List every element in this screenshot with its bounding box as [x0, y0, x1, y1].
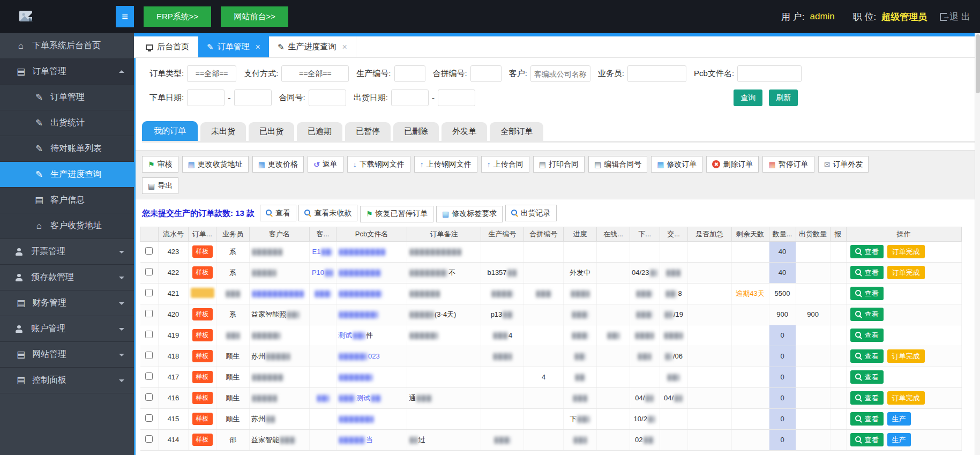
row-checkbox[interactable]	[145, 331, 153, 338]
sidebar-item-customer-address[interactable]: ⌂ 客户收货地址	[0, 213, 134, 239]
subtab-shipped[interactable]: 已出货	[249, 122, 294, 141]
production-button[interactable]: 生产	[887, 433, 911, 446]
hamburger-menu-button[interactable]: ≡	[116, 6, 134, 27]
return-order-button[interactable]: ↺返单	[308, 156, 343, 173]
row-checkbox[interactable]	[145, 435, 153, 443]
audit-button[interactable]: ⚑审核	[142, 156, 178, 173]
order-row: 415样板顾生苏州下10/20查看生产	[140, 408, 962, 429]
view-order-button[interactable]: 查看	[850, 266, 884, 279]
upload-contract-button[interactable]: ↑上传合同	[481, 156, 529, 173]
production-button[interactable]: 生产	[887, 412, 911, 426]
outsource-order-button[interactable]: ✉订单外发	[818, 156, 869, 173]
pause-order-button[interactable]: ▦暂停订单	[762, 156, 814, 173]
sidebar-item-order-management[interactable]: ✎ 订单管理	[0, 85, 134, 110]
modify-label-button[interactable]: ▦修改标签要求	[436, 206, 503, 222]
tab-production-progress[interactable]: ✎ 生产进度查询 ×	[269, 36, 356, 57]
sidebar-item-account-management[interactable]: 账户管理	[0, 316, 134, 342]
sidebar-item-invoice-management[interactable]: 开票管理	[0, 239, 134, 265]
sidebar-item-prepaid-management[interactable]: 预存款管理	[0, 265, 134, 290]
view-order-button[interactable]: 查看	[850, 349, 884, 363]
sidebar-item-reconciliation-list[interactable]: ✎ 待对账单列表	[0, 136, 134, 162]
edit-contract-no-button[interactable]: ▤编辑合同号	[588, 156, 647, 173]
close-tab-icon[interactable]: ×	[342, 42, 347, 52]
erp-system-button[interactable]: ERP系统>>	[144, 6, 211, 27]
cell-link[interactable]: 023	[368, 352, 380, 360]
row-checkbox[interactable]	[145, 247, 153, 255]
view-order-button[interactable]: 查看	[850, 245, 884, 258]
cell-link[interactable]: E1	[312, 248, 321, 256]
cell-link[interactable]: 当	[366, 436, 373, 444]
order-complete-button[interactable]: 订单完成	[887, 245, 925, 258]
row-checkbox[interactable]	[145, 393, 153, 401]
print-contract-button[interactable]: ▤打印合同	[533, 156, 585, 173]
view-order-button[interactable]: 查看	[850, 391, 884, 405]
payment-method-select[interactable]: ==全部==	[281, 65, 349, 82]
sidebar-item-control-panel[interactable]: ▤ 控制面板	[0, 368, 134, 393]
order-date-range-start[interactable]	[187, 89, 225, 106]
ship-date-range-start[interactable]	[391, 89, 429, 106]
production-no-input[interactable]	[394, 65, 425, 82]
view-order-button[interactable]: 查看	[850, 329, 884, 342]
tab-order-management[interactable]: ✎ 订单管理 ×	[198, 33, 269, 57]
sidebar-item-website-management[interactable]: ▤ 网站管理	[0, 342, 134, 368]
order-type-select[interactable]: ==全部==	[187, 65, 236, 82]
order-complete-button[interactable]: 订单完成	[887, 391, 925, 405]
modify-order-button[interactable]: ▦修改订单	[651, 156, 702, 173]
export-button[interactable]: ▤导出	[142, 177, 178, 194]
shipping-record-button[interactable]: 出货记录	[505, 205, 557, 221]
merge-no-input[interactable]	[470, 65, 502, 82]
search-button[interactable]: 查询	[734, 89, 762, 106]
customer-input[interactable]	[530, 65, 590, 82]
change-price-button[interactable]: ▦更改价格	[252, 156, 304, 173]
subtab-deleted[interactable]: 已删除	[393, 122, 439, 141]
row-checkbox[interactable]	[145, 414, 153, 422]
delete-order-button[interactable]: ✖删除订单	[706, 156, 759, 173]
sidebar-item-shipment-stats[interactable]: ✎ 出货统计	[0, 110, 134, 136]
close-tab-icon[interactable]: ×	[256, 42, 260, 52]
vertical-scrollbar[interactable]	[975, 33, 980, 455]
row-checkbox[interactable]	[145, 372, 153, 380]
view-order-button[interactable]: 查看	[850, 412, 884, 426]
cell-link[interactable]: 测试	[356, 394, 370, 402]
refresh-button[interactable]: 刷新	[769, 89, 798, 106]
pcb-filename-input[interactable]	[737, 65, 802, 82]
sidebar-item-production-progress[interactable]: ✎ 生产进度查询	[0, 162, 134, 188]
site-front-button[interactable]: 网站前台>>	[221, 6, 288, 27]
upload-stencil-button[interactable]: ↑上传钢网文件	[414, 156, 477, 173]
ship-date-range-end[interactable]	[438, 89, 475, 106]
view-order-button[interactable]: 查看	[850, 287, 884, 300]
subtab-not-shipped[interactable]: 未出货	[200, 122, 246, 141]
cell-link[interactable]: P10	[312, 268, 324, 277]
row-checkbox[interactable]	[145, 352, 153, 359]
tab-home[interactable]: 后台首页	[137, 36, 198, 57]
view-unpaid-button[interactable]: 查看未收款	[298, 205, 357, 221]
order-complete-button[interactable]: 订单完成	[887, 349, 925, 363]
scrollbar-thumb[interactable]	[976, 34, 980, 93]
contract-no-input[interactable]	[309, 89, 346, 106]
sidebar-item-home-page[interactable]: ⌂ 下单系统后台首页	[0, 33, 134, 59]
view-order-button[interactable]: 查看	[850, 370, 884, 384]
download-stencil-button[interactable]: ↓下载钢网文件	[347, 156, 410, 173]
sidebar-item-customer-info[interactable]: ▤ 客户信息	[0, 188, 134, 213]
view-order-button[interactable]: 查看	[850, 308, 884, 321]
cell-link[interactable]: 测试	[338, 331, 352, 339]
subtab-my-orders[interactable]: 我的订单	[142, 121, 198, 141]
view-button[interactable]: 查看	[260, 205, 296, 221]
order-complete-button[interactable]: 订单完成	[887, 266, 925, 279]
subtab-all-orders[interactable]: 全部订单	[490, 122, 543, 141]
row-checkbox[interactable]	[145, 289, 153, 296]
resume-paused-button[interactable]: ⚑恢复已暂停订单	[360, 206, 434, 222]
order-date-range-end[interactable]	[234, 89, 272, 106]
sidebar-item-order-management-section[interactable]: ▤ 订单管理	[0, 59, 134, 85]
sidebar-item-finance-management[interactable]: ▤ 财务管理	[0, 290, 134, 316]
subtab-paused[interactable]: 已暂停	[345, 122, 391, 141]
salesman-input[interactable]	[627, 65, 686, 82]
row-checkbox[interactable]	[145, 268, 153, 275]
row-checkbox[interactable]	[145, 310, 153, 317]
subtab-outsourced[interactable]: 外发单	[442, 122, 487, 141]
subtab-overdue[interactable]: 已逾期	[297, 122, 342, 141]
change-address-button[interactable]: ▦更改收货地址	[182, 156, 249, 173]
logout-button[interactable]: 退 出	[940, 11, 970, 23]
cell-online	[597, 367, 630, 387]
view-order-button[interactable]: 查看	[850, 433, 884, 446]
